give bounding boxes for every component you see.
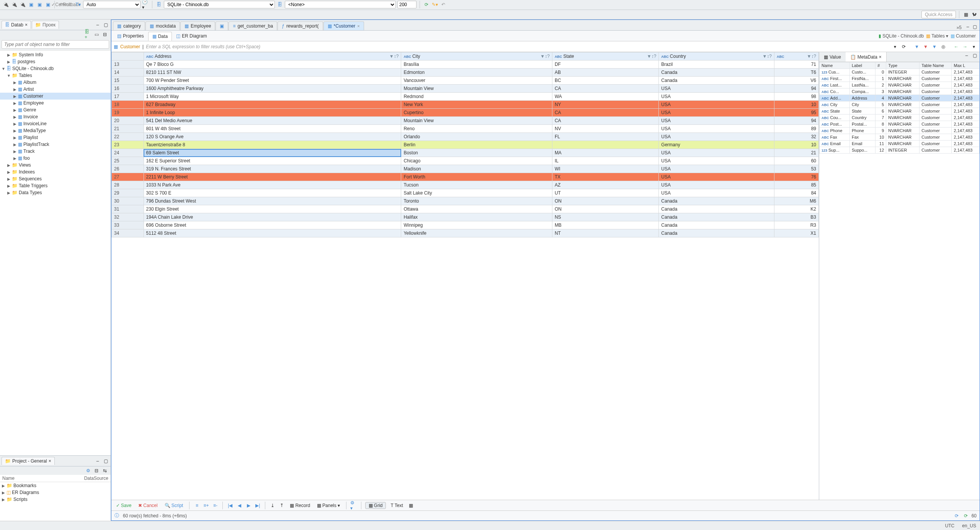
meta-col-label[interactable]: Label [849, 62, 875, 69]
project-link-icon[interactable]: ⇆ [101, 467, 108, 474]
editor-tab-rewards_report-[interactable]: ƒrewards_report( [278, 21, 323, 30]
undo-icon[interactable]: ↶ [440, 1, 447, 8]
nav-item-postgres[interactable]: ▶🗄postgres [0, 58, 111, 65]
edit-row-icon[interactable]: ≡ [193, 502, 200, 509]
editor-tab--sqlite-chino[interactable]: ▣ [216, 21, 228, 30]
editor-tab-employee[interactable]: ▦Employee [180, 21, 215, 30]
meta-row[interactable]: ABCEmailEmail11NVARCHARCustomer2,147,483 [820, 141, 980, 147]
perspective-icon[interactable]: ▦ [962, 11, 969, 18]
project-minimize-icon[interactable]: – [94, 458, 101, 465]
nav-item-customer[interactable]: ▶▦Customer [0, 93, 111, 100]
row-limit-input[interactable] [397, 1, 416, 8]
sql-editor-icon[interactable]: ▣ [28, 1, 34, 8]
meta-col-table-name[interactable]: Table Name [920, 62, 952, 69]
nav-item-sequences[interactable]: ▶📁Sequences [0, 175, 111, 182]
collapse-icon[interactable]: ⊟ [101, 31, 108, 38]
table-row[interactable]: 161600 Amphitheatre ParkwayMountain View… [112, 85, 819, 93]
subtab-data[interactable]: ▦Data [148, 32, 172, 41]
nav-item-views[interactable]: ▶📁Views [0, 162, 111, 168]
present-icon[interactable]: ▦ [408, 502, 415, 509]
history-icon[interactable]: 🕑▾ [142, 1, 149, 8]
nav-item-invoice[interactable]: ▶▦Invoice [0, 113, 111, 120]
meta-row[interactable]: ABCLast...LastNa...2NVARCHARCustomer2,14… [820, 82, 980, 88]
editor-minimize-icon[interactable]: – [964, 23, 971, 30]
meta-row[interactable]: ABCFaxFax10NVARCHARCustomer2,147,483 [820, 134, 980, 141]
maximize-icon[interactable]: ▢ [102, 21, 109, 28]
filter-input[interactable]: Enter a SQL expression to filter results… [146, 44, 889, 49]
datasource-selector[interactable]: SQLite - Chinook.db [164, 1, 275, 8]
nav-item-album[interactable]: ▶▦Album [0, 79, 111, 86]
meta-row[interactable]: ABCPhonePhone9NVARCHARCustomer2,147,483 [820, 128, 980, 134]
meta-col-type[interactable]: Type [886, 62, 920, 69]
nav-item-system-info[interactable]: ▶📁System Info [0, 51, 111, 58]
plug-remove-icon[interactable]: 🔌 [19, 1, 26, 8]
table-row[interactable]: 30796 Dundas Street WestTorontoONCanadaM… [112, 197, 819, 205]
table-row[interactable]: 191 Infinite LoopCupertinoCAUSA95 [112, 109, 819, 117]
db-navigator-tab[interactable]: 🗄Datab × [2, 21, 31, 29]
meta-row[interactable]: 123Sup...Suppo...12INTEGERCustomer2,147,… [820, 147, 980, 154]
editor-tab-mockdata[interactable]: ▦mockdata [145, 21, 180, 30]
meta-row[interactable]: ABCFirst...FirstNa...1NVARCHARCustomer2,… [820, 75, 980, 82]
table-row[interactable]: 26319 N. Frances StreetMadisonWIUSA53 [112, 165, 819, 173]
new-connection-icon[interactable]: 🗄+ [85, 31, 91, 38]
data-grid[interactable]: ABCAddress▼↕?ABCCity▼↕?ABCState▼↕?ABCCou… [111, 52, 819, 500]
meta-row[interactable]: ABCPost...Postal...8NVARCHARCustomer2,14… [820, 121, 980, 128]
editor-maximize-icon[interactable]: ▢ [971, 23, 978, 30]
panels-button[interactable]: ▦ Panels ▾ [315, 502, 342, 509]
nav-item-tables[interactable]: ▼📁Tables [0, 72, 111, 79]
table-row[interactable]: 23Tauentzienstraße 8BerlinGermany10 [112, 141, 819, 149]
table-row[interactable]: 2469 Salem StreetBostonMAUSA21 [112, 149, 819, 157]
meta-row[interactable]: 123Cus...Custo...0INTEGERCustomer2,147,4… [820, 69, 980, 75]
nav-item-genre[interactable]: ▶▦Genre [0, 106, 111, 113]
table-row[interactable]: 33696 Osborne StreetWinnipegMBCanadaR3 [112, 221, 819, 229]
nav-item-table-triggers[interactable]: ▶📁Table Triggers [0, 182, 111, 189]
nav-item-invoiceline[interactable]: ▶▦InvoiceLine [0, 120, 111, 127]
table-row[interactable]: 345112 48 StreetYellowknifeNTCanadaX1 [112, 229, 819, 237]
meta-col-name[interactable]: Name [820, 62, 850, 69]
filter-refresh-icon[interactable]: ⟳ [900, 43, 907, 50]
table-row[interactable]: 20541 Del Medio AvenueMountain ViewCAUSA… [112, 117, 819, 125]
dbeaver-icon[interactable]: 🐿 [971, 11, 978, 18]
filter-dropdown-icon[interactable]: ▾ [892, 43, 898, 50]
locale-label[interactable]: en_US [962, 523, 976, 528]
column-header-country[interactable]: ABCCountry▼↕? [659, 52, 774, 61]
breadcrumb-table[interactable]: ▦Customer [951, 33, 976, 39]
save-button[interactable]: ✓ Save [114, 502, 134, 509]
filter-sort-icon[interactable]: ▼ [931, 43, 938, 50]
export-icon[interactable]: ⤓ [269, 502, 276, 509]
editor-tab-get_customer_ba[interactable]: ≡get_customer_ba [229, 21, 277, 30]
delete-row-icon[interactable]: ≡- [212, 502, 219, 509]
table-row[interactable]: 281033 N Park AveTucsonAZUSA85 [112, 181, 819, 189]
table-row[interactable]: 18627 BroadwayNew YorkNYUSA10 [112, 101, 819, 109]
next-page-icon[interactable]: ▶ [245, 502, 252, 509]
filter-funnel-icon[interactable]: ▼ [913, 43, 920, 50]
project-explorer-tab[interactable]: 📁Проек [32, 21, 59, 29]
table-row[interactable]: 25162 E Superior StreetChicagoILUSA60 [112, 157, 819, 165]
table-row[interactable]: 171 Microsoft WayRedmondWAUSA98 [112, 93, 819, 101]
meta-row[interactable]: ABCCo...Compa...3NVARCHARCustomer2,147,4… [820, 88, 980, 95]
column-header-city[interactable]: ABCCity▼↕? [401, 52, 552, 61]
add-row-icon[interactable]: ≡+ [203, 502, 209, 509]
nav-filter-input[interactable] [2, 40, 109, 49]
tx-mode-selector[interactable]: Auto [83, 1, 140, 8]
tx-dropdown-icon[interactable]: T▾ [75, 1, 82, 8]
grid-mode-button[interactable]: ▦ Grid [365, 502, 386, 509]
filter-funnel-clear-icon[interactable]: ▼ [922, 43, 929, 50]
nav-item-data-types[interactable]: ▶📁Data Types [0, 189, 111, 196]
meta-row[interactable]: ABCStateState6NVARCHARCustomer2,147,483 [820, 108, 980, 115]
breadcrumb-tables[interactable]: ▦Tables ▾ [926, 33, 948, 39]
nav-item-employee[interactable]: ▶▦Employee [0, 100, 111, 106]
timezone-label[interactable]: UTC [945, 523, 955, 528]
meta-row[interactable]: ABCAdd...Address4NVARCHARCustomer2,147,4… [820, 95, 980, 101]
table-row[interactable]: 15700 W Pender StreetVancouverBCCanadaV6 [112, 77, 819, 85]
refresh-icon[interactable]: ⟳ [423, 1, 430, 8]
meta-col--[interactable]: # [875, 62, 886, 69]
cancel-button[interactable]: ✖ Cancel [136, 502, 160, 509]
breadcrumb-db[interactable]: ▮SQLite - Chinook.db [879, 33, 924, 39]
nav-back-icon[interactable]: ← [953, 43, 960, 50]
column-header-state[interactable]: ABCState▼↕? [552, 52, 658, 61]
meta-col-max-l[interactable]: Max L [952, 62, 980, 69]
import-icon[interactable]: ⤒ [278, 502, 285, 509]
nav-item-track[interactable]: ▶▦Track [0, 148, 111, 155]
meta-row[interactable]: ABCCou...Country7NVARCHARCustomer2,147,4… [820, 115, 980, 121]
